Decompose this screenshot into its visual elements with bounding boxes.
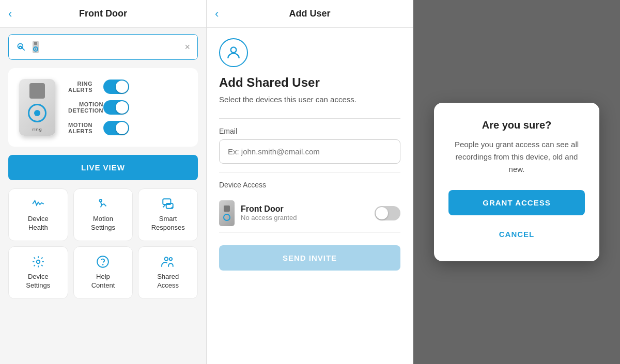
panel2-back-button[interactable]: ‹ [215,7,219,21]
svg-point-7 [35,49,37,50]
motion-detection-toggle[interactable] [103,100,129,115]
email-input[interactable] [219,139,400,164]
doorbell-brand: ring [32,127,42,132]
device-access-row: Front Door No access granted [219,194,400,233]
search-icon-area [16,40,184,54]
device-health-icon [32,197,45,211]
panel1-back-button[interactable]: ‹ [8,7,12,21]
search-bar[interactable]: × [8,34,198,60]
svg-point-14 [98,256,109,267]
email-field-label: Email [219,127,400,135]
device-status: No access granted [241,214,368,221]
device-access-label: Device Access [219,181,400,189]
doorbell-button-inner [34,110,40,116]
motion-alerts-row: MOTIONALERTS [68,121,129,135]
grid-item-motion-settings[interactable]: MotionSettings [73,188,133,241]
panel2-header: ‹ Add User [207,0,413,28]
motion-alerts-toggle[interactable] [103,121,129,135]
ring-alerts-label: RINGALERTS [68,81,92,93]
send-invite-button[interactable]: SEND INVITE [219,245,400,271]
grid-section: DeviceHealth MotionSettings [8,188,198,299]
svg-point-17 [169,258,172,260]
svg-rect-5 [34,42,37,45]
panel-add-user: ‹ Add User Add Shared User Select the de… [207,0,413,364]
grid-item-device-settings[interactable]: DeviceSettings [8,246,68,299]
doorbell-camera [29,83,45,99]
ring-alerts-row: RINGALERTS [68,80,129,94]
device-thumb-button [223,214,230,221]
device-info: Front Door No access granted [241,204,368,221]
grid-item-shared-access[interactable]: SharedAccess [138,246,198,299]
search-clear-button[interactable]: × [184,42,190,53]
dialog-title: Are you sure? [448,119,585,131]
cancel-button[interactable]: CANCEL [448,224,585,245]
svg-point-8 [100,199,102,201]
motion-alerts-label: MOTIONALERTS [68,122,92,134]
svg-line-1 [22,48,25,51]
svg-point-15 [103,264,103,265]
grant-access-button[interactable]: GRANT ACCESS [448,190,585,215]
doorbell-small-icon [29,40,42,54]
add-user-subtitle: Select the devices this user can access. [219,94,400,106]
panel1-header: ‹ Front Door [0,0,206,28]
doorbell-device: ring [19,79,55,136]
help-content-icon [96,255,110,268]
device-thumb-camera [224,205,230,212]
svg-point-18 [231,47,237,53]
motion-settings-label: MotionSettings [91,215,115,232]
device-settings-icon [32,255,45,268]
smart-responses-label: SmartResponses [151,215,185,232]
grid-item-device-health[interactable]: DeviceHealth [8,188,68,241]
device-health-label: DeviceHealth [28,215,49,232]
svg-point-13 [37,260,40,264]
doorbell-button [28,104,47,122]
motion-detection-label: MOTIONDETECTION [68,101,103,114]
panel1-title: Front Door [8,8,198,19]
device-settings-label: DeviceSettings [26,273,50,290]
user-avatar [219,38,248,67]
shared-access-icon [161,255,175,268]
device-image: ring [17,76,58,138]
shared-access-label: SharedAccess [157,273,179,290]
device-section: ring RINGALERTS MOTIONDETECTION MOTIONAL… [8,68,198,147]
dialog-body: People you grant access can see all reco… [448,138,585,176]
device-access-toggle[interactable] [375,206,400,220]
live-view-button[interactable]: LIVE VIEW [8,155,198,180]
device-thumbnail [219,200,235,226]
svg-point-16 [165,257,168,261]
divider-2 [219,172,400,172]
user-icon [225,44,242,61]
toggles-section: RINGALERTS MOTIONDETECTION MOTIONALERTS [68,80,129,135]
motion-settings-icon [96,197,110,211]
panel-front-door: ‹ Front Door × [0,0,207,364]
grid-item-smart-responses[interactable]: SmartResponses [138,188,198,241]
grid-item-help-content[interactable]: HelpContent [73,246,133,299]
search-icon [16,42,26,52]
help-content-label: HelpContent [91,273,115,290]
smart-responses-icon [161,197,175,211]
motion-detection-row: MOTIONDETECTION [68,100,129,115]
device-name: Front Door [241,204,368,214]
ring-alerts-toggle[interactable] [103,80,129,94]
add-user-title: Add Shared User [219,75,400,90]
confirmation-dialog: Are you sure? People you grant access ca… [434,103,599,261]
divider-1 [219,118,400,119]
panel2-title: Add User [215,8,405,19]
panel-confirmation: Are you sure? People you grant access ca… [413,0,620,364]
panel1-content: × ring RINGALERTS MOTIONDETECT [0,28,206,364]
panel2-content: Add Shared User Select the devices this … [207,28,413,364]
